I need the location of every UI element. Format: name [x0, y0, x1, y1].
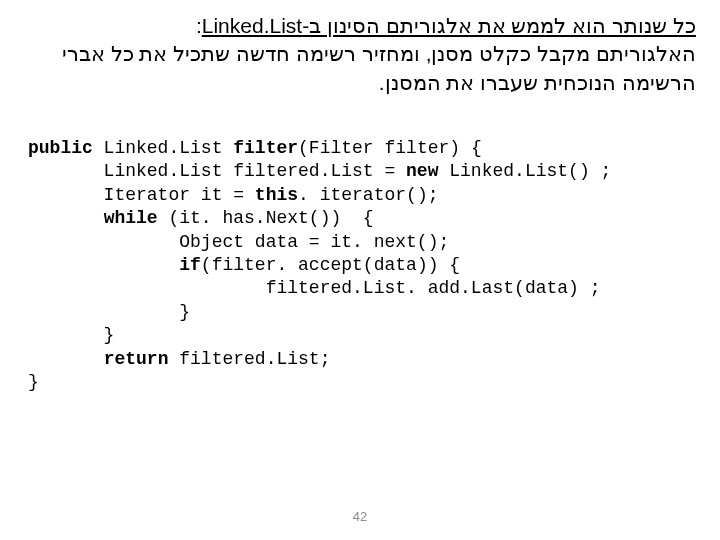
slide-container: כל שנותר הוא לממש את אלגוריתם הסינון ב-L… [0, 0, 720, 540]
code-text: (filter. accept(data)) { [201, 255, 460, 275]
hebrew-title-prefix: כל שנותר הוא לממש את אלגוריתם הסינון ב- [302, 14, 696, 37]
hebrew-line-2: האלגוריתם מקבל כקלט מסנן, ומחזיר רשימה ח… [24, 40, 696, 68]
code-text: filtered.List; [168, 349, 330, 369]
code-text: . iterator(); [298, 185, 438, 205]
code-text [28, 349, 104, 369]
code-text [28, 255, 179, 275]
code-text: Iterator it = [28, 185, 255, 205]
kw-if: if [179, 255, 201, 275]
code-text: } [28, 302, 190, 322]
hebrew-text-block: כל שנותר הוא לממש את אלגוריתם הסינון ב-L… [24, 12, 696, 97]
hebrew-title-classname: Linked.List [202, 14, 302, 37]
page-number: 42 [0, 509, 720, 524]
hebrew-line-3: הרשימה הנוכחית שעברו את המסנן. [24, 69, 696, 97]
kw-this: this [255, 185, 298, 205]
hebrew-title-line: כל שנותר הוא לממש את אלגוריתם הסינון ב-L… [24, 12, 696, 40]
code-text: Object data = it. next(); [28, 232, 449, 252]
code-text: } [28, 325, 114, 345]
code-text: Linked.List [93, 138, 233, 158]
code-text [28, 208, 104, 228]
code-text: (Filter filter) { [298, 138, 482, 158]
code-block: public Linked.List filter(Filter filter)… [28, 137, 696, 394]
code-text: } [28, 372, 39, 392]
code-text: filtered.List. add.Last(data) ; [28, 278, 601, 298]
kw-new: new [406, 161, 438, 181]
fn-filter: filter [233, 138, 298, 158]
kw-public: public [28, 138, 93, 158]
kw-while: while [104, 208, 158, 228]
code-text: Linked.List filtered.List = [28, 161, 406, 181]
code-text: (it. has.Next()) { [158, 208, 374, 228]
kw-return: return [104, 349, 169, 369]
code-text: Linked.List() ; [438, 161, 611, 181]
